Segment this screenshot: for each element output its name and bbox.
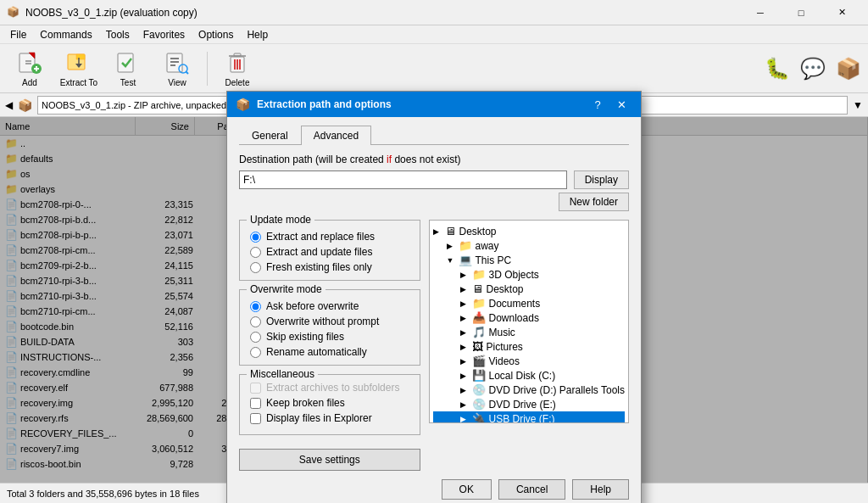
- delete-label: Delete: [225, 78, 250, 87]
- tree-item-desktop[interactable]: ▶ 🖥 Desktop: [433, 224, 625, 238]
- tree-expand-docs[interactable]: ▶: [460, 299, 472, 308]
- svg-rect-20: [234, 53, 241, 56]
- pictures-icon: 🖼: [472, 340, 483, 353]
- tree-expand-away[interactable]: ▶: [447, 242, 459, 250]
- tree-item-3d[interactable]: ▶ 📁 3D Objects: [433, 267, 625, 282]
- misc-display-explorer[interactable]: Display files in Explorer: [250, 412, 409, 424]
- cancel-button[interactable]: Cancel: [498, 479, 565, 500]
- app-icon: 📦: [7, 6, 20, 20]
- tree-expand-dvde[interactable]: ▶: [460, 400, 472, 409]
- overwrite-ask[interactable]: Ask before overwrite: [250, 300, 409, 312]
- tree-expand-thispc[interactable]: ▼: [447, 256, 459, 265]
- tree-item-docs[interactable]: ▶ 📁 Documents: [433, 296, 625, 310]
- tab-general[interactable]: General: [239, 126, 301, 145]
- tree-item-dvdd[interactable]: ▶ 💿 DVD Drive (D:) Parallels Tools: [433, 383, 625, 397]
- add-icon: [16, 49, 43, 76]
- update-mode-legend: Update mode: [247, 214, 314, 226]
- add-button[interactable]: Add: [7, 48, 53, 90]
- tree-expand-desktop2[interactable]: ▶: [460, 285, 472, 293]
- extraction-dialog: 📦 Extraction path and options ? ✕ Genera…: [226, 91, 642, 503]
- tree-expand-usbf[interactable]: ▶: [460, 415, 472, 423]
- toolbar-separator: [207, 52, 208, 86]
- dialog-footer: OK Cancel Help: [239, 479, 629, 500]
- overwrite-skip[interactable]: Skip existing files: [250, 331, 409, 343]
- tree-item-dvde[interactable]: ▶ 💿 DVD Drive (E:): [433, 397, 625, 411]
- misc-section: Miscellaneous Extract archives to subfol…: [239, 374, 420, 435]
- dialog-left: Update mode Extract and replace files Ex…: [239, 220, 420, 471]
- overwrite-rename[interactable]: Rename automatically: [250, 346, 409, 358]
- menu-bar: File Commands Tools Favorites Options He…: [0, 25, 868, 44]
- maximize-button[interactable]: □: [782, 0, 821, 25]
- address-dropdown-icon[interactable]: ▼: [853, 99, 863, 111]
- folder-tree[interactable]: ▶ 🖥 Desktop ▶ 📁 away ▼ 💻: [429, 220, 629, 423]
- view-button[interactable]: View: [154, 48, 200, 90]
- menu-help[interactable]: Help: [240, 27, 275, 42]
- tree-item-desktop2[interactable]: ▶ 🖥 Desktop: [433, 282, 625, 296]
- tree-expand-localc[interactable]: ▶: [460, 372, 472, 380]
- dialog-body: General Advanced Destination path (will …: [227, 117, 641, 503]
- dvde-icon: 💿: [472, 398, 486, 411]
- tree-item-localc[interactable]: ▶ 💾 Local Disk (C:): [433, 368, 625, 383]
- back-icon[interactable]: ◀: [5, 99, 13, 111]
- extract-to-button[interactable]: Extract To: [56, 48, 102, 90]
- menu-tools[interactable]: Tools: [99, 27, 136, 42]
- tree-expand-desktop[interactable]: ▶: [433, 227, 445, 236]
- tree-label-pictures: Pictures: [487, 341, 523, 353]
- tree-item-music[interactable]: ▶ 🎵 Music: [433, 325, 625, 339]
- misc-extract-subfolders[interactable]: Extract archives to subfolders: [250, 382, 409, 394]
- misc-extract-label: Extract archives to subfolders: [266, 382, 399, 394]
- menu-favorites[interactable]: Favorites: [136, 27, 192, 42]
- tree-expand-videos[interactable]: ▶: [460, 357, 472, 366]
- delete-button[interactable]: Delete: [214, 48, 260, 90]
- tree-label-away: away: [476, 240, 499, 252]
- tree-expand-music[interactable]: ▶: [460, 328, 472, 337]
- dialog-close-button[interactable]: ✕: [610, 93, 632, 115]
- dvdd-icon: 💿: [472, 383, 486, 396]
- save-settings-button[interactable]: Save settings: [239, 449, 420, 471]
- update-mode-fresh[interactable]: Fresh existing files only: [250, 261, 409, 273]
- minimize-button[interactable]: ─: [741, 0, 780, 25]
- dialog-title-bar: 📦 Extraction path and options ? ✕: [227, 92, 641, 117]
- tree-label-usbf: USB Drive (F:): [489, 413, 555, 424]
- display-button[interactable]: Display: [574, 170, 629, 189]
- tab-advanced[interactable]: Advanced: [301, 126, 371, 145]
- tree-label-dvdd: DVD Drive (D:) Parallels Tools: [489, 384, 625, 396]
- highlight-text: if: [387, 154, 392, 165]
- tree-item-away[interactable]: ▶ 📁 away: [433, 238, 625, 253]
- update-mode-replace[interactable]: Extract and replace files: [250, 231, 409, 243]
- new-folder-button[interactable]: New folder: [559, 193, 629, 211]
- tree-expand-dvdd[interactable]: ▶: [460, 386, 472, 394]
- rar-icon: 🐛: [765, 57, 790, 81]
- dest-path-input[interactable]: [239, 170, 567, 189]
- update-replace-label: Extract and replace files: [266, 231, 375, 243]
- menu-commands[interactable]: Commands: [33, 27, 98, 42]
- tree-label-localc: Local Disk (C:): [489, 370, 556, 382]
- tree-item-downloads[interactable]: ▶ 📥 Downloads: [433, 310, 625, 325]
- tree-item-pictures[interactable]: ▶ 🖼 Pictures: [433, 339, 625, 354]
- ok-button[interactable]: OK: [442, 479, 492, 500]
- menu-options[interactable]: Options: [192, 27, 240, 42]
- tree-label-desktop2: Desktop: [487, 283, 524, 295]
- dialog-title-text: Extraction path and options: [257, 98, 587, 110]
- menu-file[interactable]: File: [3, 27, 33, 42]
- test-button[interactable]: Test: [105, 48, 151, 90]
- dialog-help-button[interactable]: ?: [587, 93, 609, 115]
- main-area: Name Size Packed 📁.. 📁defaults 📁os 📁over…: [0, 117, 868, 483]
- help-button[interactable]: Help: [572, 479, 629, 500]
- tree-expand-downloads[interactable]: ▶: [460, 314, 472, 322]
- update-update-label: Extract and update files: [266, 246, 372, 258]
- misc-keep-broken[interactable]: Keep broken files: [250, 397, 409, 409]
- away-icon: 📁: [459, 239, 472, 252]
- overwrite-skip-label: Skip existing files: [266, 331, 344, 343]
- overwrite-without-prompt[interactable]: Overwrite without prompt: [250, 316, 409, 327]
- usbf-icon: 🔌: [472, 412, 486, 423]
- close-button[interactable]: ✕: [822, 0, 861, 25]
- tree-expand-3d[interactable]: ▶: [460, 271, 472, 279]
- view-icon: [164, 49, 191, 76]
- tree-item-videos[interactable]: ▶ 🎬 Videos: [433, 354, 625, 368]
- status-text: Total 3 folders and 35,558,696 bytes in …: [7, 489, 199, 499]
- tree-item-usbf[interactable]: ▶ 🔌 USB Drive (F:): [433, 411, 625, 423]
- update-mode-update[interactable]: Extract and update files: [250, 246, 409, 258]
- tree-expand-pictures[interactable]: ▶: [460, 343, 472, 351]
- tree-item-thispc[interactable]: ▼ 💻 This PC: [433, 253, 625, 267]
